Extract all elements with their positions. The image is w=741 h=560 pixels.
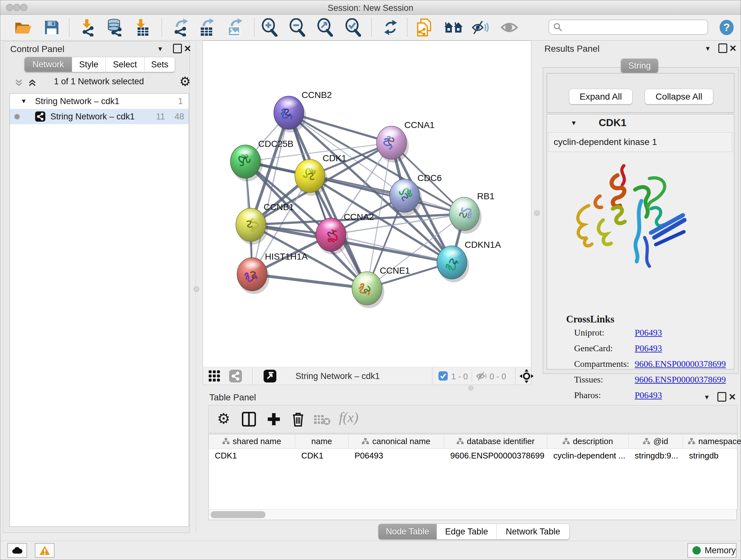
network-canvas[interactable]: CCNB2CCNA1CDC25BCDK1CDC6RB1CCNB1CCNA2CDK…	[203, 41, 531, 368]
table-row[interactable]: CDK1CDK1P064939606.ENSP00000378699cyclin…	[209, 449, 737, 462]
cloud-icon	[12, 547, 23, 554]
table-panel-maximize-icon[interactable]	[718, 392, 726, 401]
scrollbar-thumb[interactable]	[211, 511, 266, 518]
network-collection-row[interactable]: ▼ String Network – cdk1 1	[10, 94, 189, 109]
zoom-selected-icon[interactable]	[344, 18, 361, 37]
fit-selected-crosshair-icon[interactable]	[520, 369, 534, 383]
left-splitter-handle[interactable]	[194, 287, 199, 292]
tab-style[interactable]: Style	[72, 57, 106, 72]
network-options-gear-icon[interactable]: ⚙	[179, 74, 191, 89]
network-row[interactable]: String Network – cdk1 11 48	[10, 109, 189, 124]
expand-all-networks-icon[interactable]	[27, 78, 37, 87]
help-icon[interactable]: ?	[719, 19, 735, 36]
first-neighbors-icon[interactable]	[444, 20, 463, 35]
show-columns-icon[interactable]	[242, 412, 256, 427]
delete-table-icon[interactable]	[314, 415, 331, 425]
network-node-ccne1[interactable]	[352, 272, 384, 308]
tab-node-table[interactable]: Node Table	[379, 524, 437, 539]
selected-nodes-checkbox-icon[interactable]	[439, 371, 448, 381]
network-node-cdk1[interactable]	[295, 159, 327, 196]
collapse-all-networks-icon[interactable]	[14, 78, 23, 87]
toolbar-separator	[407, 18, 408, 37]
gene-section-collapse-icon[interactable]: ▼	[570, 119, 577, 127]
export-image-icon[interactable]	[226, 18, 242, 37]
memory-button[interactable]: Memory	[687, 543, 737, 558]
function-builder-icon[interactable]: f(x)	[339, 409, 358, 426]
results-panel-float-icon[interactable]: ▼	[704, 45, 711, 52]
table-cell[interactable]: stringdb:9...	[629, 449, 683, 462]
zoom-in-icon[interactable]	[261, 18, 278, 37]
network-node-ccna2[interactable]	[316, 218, 348, 254]
open-session-icon[interactable]	[14, 19, 32, 36]
table-options-gear-icon[interactable]: ⚙	[217, 410, 230, 427]
table-cell[interactable]: CDK1	[209, 449, 295, 462]
results-panel-close-icon[interactable]: ✕	[729, 43, 737, 54]
birdseye-view-icon[interactable]	[264, 370, 276, 382]
network-node-cdc25b[interactable]	[230, 145, 263, 181]
delete-column-icon[interactable]	[291, 411, 305, 427]
hide-selected-icon[interactable]	[471, 20, 489, 35]
table-column-header[interactable]: @id	[629, 434, 683, 448]
table-panel-float-icon[interactable]: ▼	[704, 394, 710, 401]
expand-all-button[interactable]: Expand All	[569, 89, 632, 105]
collection-expand-icon[interactable]: ▼	[21, 98, 27, 105]
table-cell[interactable]: 9606.ENSP00000378699	[444, 449, 547, 462]
zoom-out-icon[interactable]	[288, 18, 306, 37]
network-node-ccnb2[interactable]	[274, 96, 306, 132]
network-node-hist1h1a[interactable]	[237, 258, 269, 294]
node-label: CCNE1	[380, 266, 410, 275]
hidden-eye-slash-icon[interactable]	[476, 372, 488, 381]
cloud-status-button[interactable]	[7, 543, 27, 558]
collapse-all-button[interactable]: Collapse All	[645, 89, 713, 105]
table-cell[interactable]: cyclin-dependent ...	[547, 449, 629, 462]
table-column-header[interactable]: description	[547, 434, 629, 448]
refresh-icon[interactable]	[382, 19, 399, 36]
crosslink-link[interactable]: 9606.ENSP00000378699	[635, 359, 726, 369]
tab-network-table[interactable]: Network Table	[496, 524, 569, 539]
control-panel-maximize-icon[interactable]	[173, 44, 182, 53]
save-session-icon[interactable]	[44, 19, 60, 36]
table-panel-close-icon[interactable]: ✕	[729, 392, 736, 402]
table-horizontal-scrollbar[interactable]	[208, 509, 737, 520]
export-table-icon[interactable]	[199, 18, 215, 37]
control-panel-close-icon[interactable]: ✕	[184, 44, 191, 54]
table-cell[interactable]: P06493	[348, 449, 444, 462]
table-cell[interactable]: stringdb	[683, 449, 741, 462]
table-column-header[interactable]: canonical name	[348, 434, 444, 448]
tab-sets[interactable]: Sets	[145, 57, 175, 72]
crosslink-link[interactable]: P06493	[635, 343, 662, 354]
import-table-icon[interactable]	[135, 18, 150, 37]
network-edge[interactable]	[289, 113, 367, 288]
column-label: namespace	[698, 436, 741, 446]
add-column-icon[interactable]	[267, 412, 281, 427]
table-column-header[interactable]: name	[295, 434, 348, 448]
network-graph[interactable]: CCNB2CCNA1CDC25BCDK1CDC6RB1CCNB1CCNA2CDK…	[203, 41, 531, 367]
clone-network-icon[interactable]	[416, 18, 433, 37]
toolbar-separator	[252, 367, 253, 385]
network-node-cdkn1a[interactable]	[437, 246, 469, 282]
crosslink-link[interactable]: 9606.ENSP00000378699	[635, 374, 726, 385]
network-node-rb1[interactable]	[449, 197, 482, 234]
show-all-icon[interactable]	[500, 20, 518, 35]
network-edge[interactable]	[252, 274, 367, 288]
table-column-header[interactable]: shared name	[209, 434, 295, 448]
control-panel-float-icon[interactable]: ▼	[157, 45, 163, 53]
export-network-icon[interactable]	[172, 18, 189, 37]
table-column-header[interactable]: database identifier	[444, 434, 547, 448]
import-network-database-icon[interactable]	[106, 18, 124, 37]
network-view-mode-icon[interactable]	[229, 370, 242, 382]
tab-edge-table[interactable]: Edge Table	[437, 524, 496, 539]
tab-network[interactable]: Network	[24, 57, 72, 72]
grid-view-icon[interactable]	[209, 370, 220, 382]
table-cell[interactable]: CDK1	[295, 449, 348, 462]
import-network-file-icon[interactable]	[79, 18, 96, 37]
right-splitter-handle[interactable]	[534, 210, 540, 216]
warning-status-button[interactable]	[35, 543, 55, 558]
search-input[interactable]	[549, 19, 708, 35]
tab-string[interactable]: String	[621, 59, 658, 73]
table-column-header[interactable]: namespace	[683, 434, 741, 448]
zoom-fit-icon[interactable]	[316, 18, 333, 37]
results-panel-maximize-icon[interactable]	[718, 44, 727, 53]
tab-select[interactable]: Select	[106, 57, 145, 72]
crosslink-link[interactable]: P06493	[635, 327, 662, 338]
